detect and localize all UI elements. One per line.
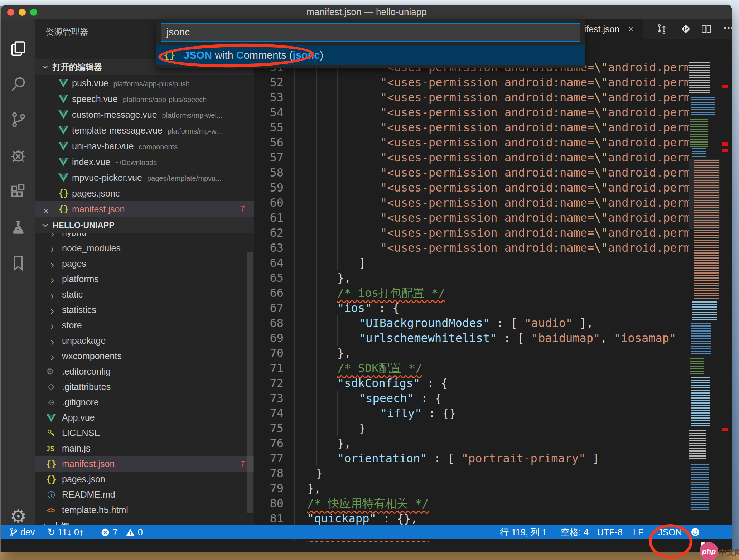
open-editor-item[interactable]: uni-nav-bar.vuecomponents [35, 138, 254, 154]
bookmark-icon[interactable] [8, 252, 29, 274]
extensions-icon[interactable] [8, 181, 29, 203]
sidebar-scrollbar[interactable] [247, 252, 253, 513]
ellipsis-icon[interactable]: ··· [723, 23, 732, 35]
window-title: manifest.json — hello-uniapp [1, 5, 732, 19]
file-name: pages.json [62, 474, 105, 484]
tree-item-file[interactable]: README.md [35, 487, 254, 502]
sync-counts: 11↓ 0↑ [58, 527, 84, 537]
open-editor-item[interactable]: push.vueplatforms/app-plus/push [35, 75, 254, 91]
minimap[interactable] [689, 39, 720, 539]
line-number: 62 [254, 225, 289, 240]
tree-item-folder[interactable]: store [35, 318, 254, 333]
code-line: 56"<uses-permission android:name=\"andro… [254, 135, 689, 150]
tree-item-file[interactable]: <>template.h5.html [35, 502, 254, 518]
compare-icon[interactable] [656, 23, 667, 35]
code-line: 59"<uses-permission android:name=\"andro… [254, 180, 689, 195]
vue-icon [58, 157, 68, 167]
code-line: 55"<uses-permission android:name=\"andro… [254, 120, 689, 135]
line-number: 70 [254, 346, 289, 361]
code-area[interactable]: 51"<uses-permission android:name=\"andro… [254, 60, 689, 542]
tree-item-folder[interactable]: node_modules [35, 241, 254, 256]
file-name: template-message.vue [72, 125, 163, 135]
desktop: manifest.json — hello-uniapp ⚙ 资源管理器 打开的… [0, 0, 739, 560]
error-mark [722, 142, 728, 146]
minimap-code-block [690, 358, 704, 375]
split-icon[interactable] [701, 23, 712, 35]
file-path: ~/Downloads [115, 159, 157, 166]
line-number: 75 [254, 421, 289, 436]
files-icon[interactable] [8, 38, 29, 59]
desktop-wallpaper-bottom [0, 552, 739, 560]
tree-item-folder[interactable]: unpackage [35, 333, 254, 348]
chevron-down-icon [40, 61, 50, 70]
tree-item-file[interactable]: App.vue [35, 410, 254, 425]
line-number: 77 [254, 451, 289, 466]
tree-item-file[interactable]: {}pages.json [35, 472, 254, 487]
gear-icon[interactable]: ⚙ [8, 506, 29, 527]
problems-badge: 7 [240, 456, 245, 472]
quick-pick-input[interactable] [161, 23, 580, 42]
feedback-smiley-icon[interactable] [690, 527, 700, 537]
line-number: 57 [254, 150, 289, 165]
minimap-code-block [689, 430, 706, 460]
desktop-wallpaper-right [731, 0, 739, 560]
tree-item-file[interactable]: {}manifest.json7 [35, 456, 254, 472]
search-icon[interactable] [8, 73, 29, 95]
tree-item-folder[interactable]: static [35, 287, 254, 302]
line-number: 56 [254, 135, 289, 150]
tree-item-folder[interactable]: pages [35, 256, 254, 271]
code-line: 61"<uses-permission android:name=\"andro… [254, 210, 689, 225]
cursor-position-status[interactable]: 行 119, 列 1 [500, 525, 547, 539]
problems-status[interactable]: 7 0 [100, 525, 143, 539]
tree-item-folder[interactable]: wxcomponents [35, 348, 254, 364]
tree-item-file[interactable]: LICENSE [35, 425, 254, 441]
minimap-code-block [689, 62, 710, 95]
open-editor-item[interactable]: index.vue~/Downloads [35, 154, 254, 170]
minimap-code-block [691, 97, 715, 117]
file-name: platforms [62, 274, 99, 284]
file-name: README.md [62, 489, 115, 499]
test-flask-icon[interactable] [8, 217, 29, 238]
close-icon[interactable] [627, 25, 635, 33]
open-editor-item[interactable]: custom-message.vueplatforms/mp-wei... [35, 107, 254, 122]
open-editor-item[interactable]: speech.vueplatforms/app-plus/speech [35, 91, 254, 107]
error-icon [100, 527, 110, 537]
git-diamond-icon[interactable] [680, 23, 691, 35]
js-icon: JS [46, 444, 56, 454]
code-line: 68"UIBackgroundModes" : [ "audio" ], [254, 315, 689, 330]
tree-item-file[interactable]: .gitignore [35, 395, 254, 410]
project-name-label: HELLO-UNIAPP [53, 221, 115, 230]
open-editor-item[interactable]: mpvue-picker.vuepages/template/mpvu... [35, 170, 254, 185]
code-line: 81"quickapp" : {}, [254, 511, 689, 526]
open-editor-item[interactable]: {}pages.jsonc [35, 185, 254, 201]
encoding-status[interactable]: UTF-8 [597, 525, 623, 539]
chevron-right-icon [48, 260, 56, 267]
tree-item-file[interactable]: JSmain.js [35, 441, 254, 456]
chevron-down-icon [40, 219, 50, 228]
info-icon [46, 490, 56, 500]
eol-status[interactable]: LF [633, 525, 643, 539]
source-control-icon[interactable] [8, 109, 29, 130]
close-icon[interactable] [42, 205, 50, 213]
open-editor-item[interactable]: {}manifest.json7 [35, 201, 254, 217]
tree-item-folder[interactable]: platforms [35, 271, 254, 287]
code-line: 78} [254, 466, 689, 481]
code-line: 64] [254, 255, 689, 270]
branch-name: dev [20, 527, 35, 537]
project-section-header[interactable]: HELLO-UNIAPP [35, 217, 254, 233]
minimap-code-block [692, 301, 717, 321]
debug-icon[interactable] [8, 145, 29, 166]
tree-item-file[interactable]: ⚙.editorconfig [35, 364, 254, 379]
open-editor-item[interactable]: template-message.vueplatforms/mp-w... [35, 122, 254, 138]
tree-item-folder[interactable]: statistics [35, 302, 254, 318]
tree-item-file[interactable]: .gitattributes [35, 379, 254, 395]
file-name: uni-nav-bar.vue [72, 141, 134, 151]
indentation-status[interactable]: 空格: 4 [561, 525, 589, 539]
sync-status[interactable]: ↻ 11↓ 0↑ [47, 525, 83, 539]
minimap-code-block [691, 323, 711, 356]
line-number: 59 [254, 180, 289, 195]
editor-group: manifest.json ··· 51"<uses-permission an… [254, 19, 732, 539]
git-branch-status[interactable]: dev [9, 525, 35, 539]
line-number: 80 [254, 496, 289, 511]
key-icon [46, 428, 56, 438]
